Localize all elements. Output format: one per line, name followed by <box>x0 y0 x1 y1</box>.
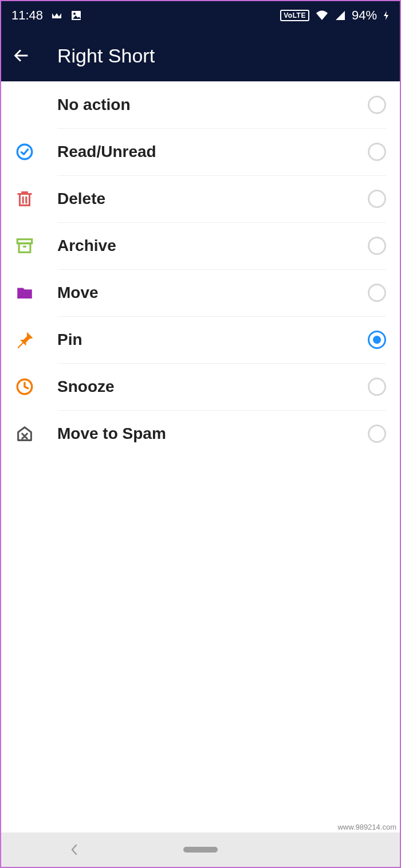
option-label: Delete <box>57 190 368 208</box>
watermark: www.989214.com <box>337 823 396 831</box>
option-label: Move to Spam <box>57 425 368 443</box>
status-bar: 11:48 VoLTE 94% <box>1 1 400 30</box>
option-label: Read/Unread <box>57 143 368 161</box>
image-icon <box>70 10 82 21</box>
svg-point-1 <box>73 13 76 15</box>
option-spam[interactable]: Move to Spam <box>1 410 400 457</box>
radio-spam[interactable] <box>368 425 386 443</box>
radio-read-unread[interactable] <box>368 143 386 161</box>
nav-home-button[interactable] <box>183 847 218 853</box>
back-button[interactable] <box>11 46 46 65</box>
screen: 11:48 VoLTE 94% Right Short <box>0 0 401 868</box>
radio-delete[interactable] <box>368 190 386 208</box>
nav-bar <box>1 832 400 867</box>
nav-back-button[interactable] <box>70 843 79 857</box>
battery-text: 94% <box>352 8 377 23</box>
status-bar-right: VoLTE 94% <box>280 8 390 23</box>
option-read-unread[interactable]: Read/Unread <box>1 128 400 175</box>
app-bar: Right Short <box>1 30 400 81</box>
option-label: Pin <box>57 331 368 349</box>
option-pin[interactable]: Pin <box>1 316 400 363</box>
option-archive[interactable]: Archive <box>1 222 400 269</box>
option-label: Move <box>57 284 368 302</box>
radio-no-action[interactable] <box>368 96 386 114</box>
trash-icon <box>15 189 57 209</box>
option-no-action[interactable]: No action <box>1 81 400 128</box>
status-time: 11:48 <box>11 8 43 23</box>
check-circle-icon <box>15 142 57 162</box>
cellular-icon <box>335 10 346 21</box>
options-list: No action Read/Unread Delete Archive <box>1 81 400 832</box>
page-title: Right Short <box>57 45 155 67</box>
wifi-icon <box>315 10 329 21</box>
folder-icon <box>15 283 57 303</box>
radio-pin[interactable] <box>368 331 386 349</box>
radio-archive[interactable] <box>368 237 386 255</box>
radio-snooze[interactable] <box>368 378 386 396</box>
archive-icon <box>15 236 57 256</box>
option-label: No action <box>57 96 368 114</box>
status-bar-left: 11:48 <box>11 8 82 23</box>
prime-icon <box>51 11 62 19</box>
clock-icon <box>15 377 57 396</box>
option-delete[interactable]: Delete <box>1 175 400 222</box>
charging-icon <box>383 10 390 21</box>
volte-badge: VoLTE <box>280 10 309 21</box>
option-move[interactable]: Move <box>1 269 400 316</box>
pin-icon <box>15 329 57 350</box>
spam-icon <box>15 424 57 443</box>
svg-rect-4 <box>19 243 30 253</box>
option-snooze[interactable]: Snooze <box>1 363 400 410</box>
option-label: Snooze <box>57 378 368 396</box>
radio-move[interactable] <box>368 284 386 302</box>
option-label: Archive <box>57 237 368 255</box>
